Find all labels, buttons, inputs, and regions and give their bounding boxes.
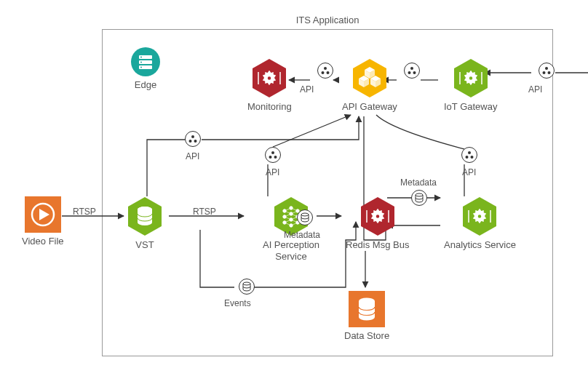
svg-point-14 — [267, 76, 271, 81]
svg-point-56 — [477, 215, 482, 219]
svg-point-76 — [471, 156, 474, 159]
svg-point-71 — [271, 151, 274, 154]
gear-icon — [360, 196, 395, 236]
node-label: Edge — [135, 79, 156, 91]
edge-label: API — [528, 84, 542, 95]
svg-point-7 — [140, 57, 142, 58]
svg-point-72 — [269, 156, 272, 159]
edge-label: Metadata — [400, 177, 437, 188]
svg-point-77 — [301, 213, 309, 216]
node-label: IoT Gateway — [444, 101, 497, 113]
svg-point-59 — [324, 67, 327, 70]
api-badge-icon — [185, 131, 201, 147]
edge-label: API — [462, 167, 476, 177]
gear-icon — [252, 58, 287, 98]
edge-label: RTSP — [193, 207, 216, 217]
api-badge-icon — [265, 147, 281, 163]
svg-point-20 — [469, 76, 473, 81]
edge-label: API — [266, 167, 279, 177]
gear-icon — [462, 196, 497, 236]
node-iot-gateway: IoT Gateway — [444, 58, 497, 113]
diagram-title: ITS Application — [102, 15, 553, 25]
db-icon — [349, 291, 385, 327]
svg-point-70 — [194, 140, 197, 143]
svg-point-8 — [140, 62, 142, 63]
svg-point-78 — [416, 193, 423, 196]
edge-label: API — [300, 84, 314, 95]
svg-point-51 — [376, 215, 380, 219]
svg-point-73 — [274, 156, 277, 159]
svg-point-65 — [545, 67, 548, 70]
node-label: Redis Msg Bus — [346, 239, 409, 251]
node-vst: VST — [127, 196, 162, 251]
node-data-store: Data Store — [344, 291, 389, 342]
svg-point-23 — [138, 207, 152, 212]
api-badge-icon — [461, 147, 477, 163]
svg-point-62 — [410, 67, 413, 70]
svg-point-67 — [548, 71, 551, 74]
svg-point-66 — [543, 71, 546, 74]
node-label: VST — [135, 239, 154, 251]
svg-point-75 — [466, 156, 469, 159]
node-monitoring: Monitoring — [247, 58, 292, 113]
api-badge-icon — [317, 63, 333, 79]
data-badge-icon — [239, 279, 255, 295]
play-icon — [25, 196, 61, 233]
svg-point-79 — [243, 282, 250, 285]
edge-label: Metadata — [284, 230, 320, 240]
node-label: API Gateway — [342, 101, 397, 113]
node-label: Monitoring — [247, 101, 292, 113]
svg-point-68 — [191, 135, 194, 138]
svg-point-60 — [322, 71, 325, 74]
node-video-file: Video File — [22, 196, 64, 247]
node-label: AI Perception Service — [247, 239, 335, 262]
svg-point-9 — [140, 67, 142, 68]
svg-point-69 — [189, 140, 192, 143]
node-api-gateway: API Gateway — [342, 58, 397, 113]
svg-point-74 — [468, 151, 471, 154]
node-edge: Edge — [131, 47, 160, 91]
cubes-icon — [352, 58, 387, 98]
svg-point-63 — [408, 71, 411, 74]
data-badge-icon — [297, 209, 313, 225]
api-badge-icon — [404, 63, 420, 79]
node-label: Video File — [22, 236, 64, 247]
api-badge-icon — [539, 63, 555, 79]
node-label: Data Store — [344, 330, 389, 342]
server-icon — [131, 47, 160, 76]
svg-point-61 — [327, 71, 330, 74]
node-analytics: Analytics Service — [444, 196, 516, 251]
gear-icon — [453, 58, 488, 98]
data-badge-icon — [411, 190, 427, 206]
edge-label: Events — [224, 298, 251, 308]
node-redis: Redis Msg Bus — [346, 196, 409, 251]
node-label: Analytics Service — [444, 239, 516, 251]
edge-label: RTSP — [73, 207, 96, 217]
edge-label: API — [186, 151, 199, 161]
db-icon — [127, 196, 162, 236]
svg-point-64 — [413, 71, 416, 74]
